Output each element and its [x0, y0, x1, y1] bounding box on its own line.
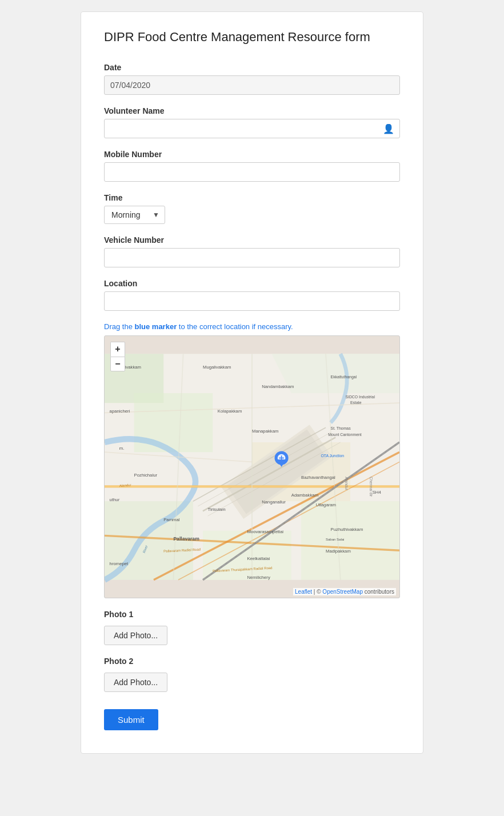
svg-text:m.: m. — [119, 445, 125, 450]
map-instruction: Drag the blue marker to the correct loca… — [104, 322, 400, 331]
zoom-in-button[interactable]: + — [110, 342, 125, 357]
add-photo1-button[interactable]: Add Photo... — [104, 626, 167, 645]
svg-text:hromepet: hromepet — [110, 561, 129, 566]
svg-text:Kolapakkam: Kolapakkam — [218, 409, 242, 414]
map-attribution: Leaflet | © OpenStreetMap contributors — [293, 588, 396, 595]
svg-text:Bazhavanthangal: Bazhavanthangal — [301, 475, 335, 480]
photo1-label: Photo 1 — [104, 610, 400, 619]
svg-text:Saban Salai: Saban Salai — [326, 538, 344, 541]
attribution-separator: | © — [314, 589, 323, 595]
svg-text:Pallavaram: Pallavaram — [173, 536, 199, 542]
svg-text:Adambakkam: Adambakkam — [291, 492, 318, 497]
time-select[interactable]: Morning Afternoon Evening — [104, 206, 165, 224]
map-group: Drag the blue marker to the correct loca… — [104, 322, 400, 598]
date-label: Date — [104, 63, 400, 72]
svg-text:uthur: uthur — [110, 497, 120, 502]
map-instruction-bold: blue marker — [134, 322, 177, 331]
svg-text:Mount Cantonment: Mount Cantonment — [328, 432, 362, 436]
attribution-contributors: contributors — [365, 589, 394, 595]
svg-text:SH4: SH4 — [373, 490, 382, 495]
svg-text:Ullagaram: Ullagaram — [316, 502, 336, 507]
vehicle-input[interactable] — [104, 248, 400, 267]
mobile-input[interactable] — [104, 162, 400, 182]
svg-text:Nanganallur: Nanganallur — [262, 499, 286, 505]
photo2-label: Photo 2 — [104, 657, 400, 666]
vehicle-group: Vehicle Number — [104, 235, 400, 267]
contact-icon: 👤 — [383, 123, 394, 134]
svg-text:Keelkattalai: Keelkattalai — [247, 556, 270, 561]
svg-text:Mugalivakkam: Mugalivakkam — [203, 365, 231, 370]
date-input[interactable] — [104, 75, 400, 95]
svg-text:Puzhuthivakkam: Puzhuthivakkam — [331, 526, 363, 531]
vehicle-label: Vehicle Number — [104, 235, 400, 245]
svg-text:Estate: Estate — [350, 401, 362, 405]
time-select-wrapper: Morning Afternoon Evening ▼ — [104, 206, 165, 224]
form-container: DIPR Food Centre Management Resource for… — [81, 11, 423, 754]
mobile-label: Mobile Number — [104, 150, 400, 159]
svg-text:Pammal: Pammal — [163, 517, 180, 522]
location-input[interactable] — [104, 291, 400, 311]
volunteer-group: Volunteer Name 👤 — [104, 106, 400, 138]
location-group: Location — [104, 279, 400, 311]
time-group: Time Morning Afternoon Evening ▼ — [104, 193, 400, 224]
leaflet-link[interactable]: Leaflet — [295, 589, 312, 595]
svg-text:Tirisulam: Tirisulam — [208, 507, 226, 512]
svg-text:Ekkattuthangal: Ekkattuthangal — [331, 375, 357, 379]
svg-text:Madipakkam: Madipakkam — [326, 549, 351, 554]
svg-text:St. Thomas: St. Thomas — [331, 426, 351, 430]
osm-link[interactable]: OpenStreetMap — [322, 589, 363, 595]
svg-rect-7 — [203, 530, 291, 579]
location-label: Location — [104, 279, 400, 288]
photo2-group: Photo 2 Add Photo... — [104, 657, 400, 692]
svg-text:Alandur: Alandur — [345, 477, 349, 490]
svg-text:Pozhichalur: Pozhichalur — [134, 473, 158, 478]
volunteer-input-wrapper: 👤 — [104, 119, 400, 138]
svg-rect-6 — [301, 501, 399, 580]
submit-button[interactable]: Submit — [104, 709, 158, 730]
svg-text:apanicheri: apanicheri — [110, 409, 130, 414]
zoom-out-button[interactable]: − — [110, 357, 125, 371]
map-container[interactable]: Mugalivakkam Julivakkam apanicheri Kolap… — [104, 335, 400, 598]
page-title: DIPR Food Centre Management Resource for… — [104, 29, 400, 46]
volunteer-label: Volunteer Name — [104, 106, 400, 115]
add-photo2-button[interactable]: Add Photo... — [104, 673, 167, 692]
time-label: Time — [104, 193, 400, 202]
svg-text:Nemilichery: Nemilichery — [247, 575, 270, 580]
svg-text:Manapakkam: Manapakkam — [252, 428, 278, 433]
volunteer-input[interactable] — [104, 119, 400, 138]
svg-text:Nandambakkam: Nandambakkam — [262, 384, 294, 389]
svg-text:Moovarasampettai: Moovarasampettai — [247, 529, 283, 534]
map-svg: Mugalivakkam Julivakkam apanicheri Kolap… — [105, 336, 399, 598]
svg-text:SIDCO Industrial: SIDCO Industrial — [345, 394, 375, 398]
date-group: Date — [104, 63, 400, 95]
mobile-group: Mobile Number — [104, 150, 400, 182]
svg-text:OTA Junction: OTA Junction — [321, 453, 344, 457]
map-controls: + − — [110, 342, 125, 371]
photo1-group: Photo 1 Add Photo... — [104, 610, 400, 645]
